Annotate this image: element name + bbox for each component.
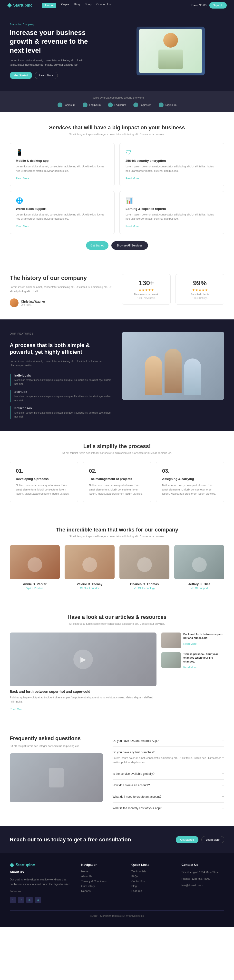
logo-icon-3: [108, 102, 113, 107]
team-card-4: Jeffrey K. Diaz VP Of Support: [174, 545, 224, 590]
faq-toggle-3[interactable]: +: [222, 772, 224, 776]
stat-users-number: 130+: [127, 279, 166, 287]
author-name: Christina Wagner: [21, 300, 45, 303]
hero-section: Startupinc Company Increase your busines…: [0, 11, 234, 91]
footer-nav-reports[interactable]: Reports: [81, 889, 124, 892]
social-facebook[interactable]: f: [10, 897, 16, 903]
hero-photo-inner: [139, 29, 202, 73]
faq-item-4: How do I create an account? +: [112, 780, 224, 791]
footer-quick-faqs[interactable]: FAQs: [131, 875, 174, 878]
service-card-3: 🌐 World-class support Lorem ipsum dolor …: [10, 191, 115, 234]
history-stats: 130+ ★★★★★ New users per week 1,000 New …: [122, 274, 224, 305]
history-section: The history of our company Lorem ipsum d…: [0, 262, 234, 320]
hero-description: Lorem ipsum dolor sit amet, consectetur …: [10, 58, 88, 67]
process-image: [122, 332, 224, 400]
cta-section: Reach out to us today to get a free cons…: [0, 826, 234, 853]
step-title-1: Developing a process: [16, 477, 72, 481]
team-card-1: Annie D. Parker Vp Of Product: [10, 545, 60, 590]
team-subtitle: Sit elit feugiat turpis sed integer cons…: [10, 535, 224, 538]
hero-get-started-button[interactable]: Get Started: [10, 72, 32, 79]
footer-navigation: Navigation Home About Us Tervacy & Condi…: [81, 863, 124, 903]
process-item-title-3: Enterprises: [14, 406, 112, 410]
faq-toggle-5[interactable]: +: [222, 795, 224, 799]
trusted-logo-5: Logipsum: [159, 102, 177, 107]
process-item-desc-2: Morbi non tempor nunc ante turpis quis q…: [14, 395, 112, 402]
services-get-started-button[interactable]: Get Started: [86, 241, 109, 250]
service-desc-3: Lorem ipsum dolor sit amet, consectetur …: [16, 213, 109, 221]
service-title-2: 256-bit security encryption: [125, 159, 218, 162]
stat-users: 130+ ★★★★★ New users per week 1,000 New …: [122, 274, 171, 305]
stat-users-stars: ★★★★★: [127, 288, 166, 292]
services-buttons: Get Started Browse All Services: [10, 241, 224, 250]
nav-blog[interactable]: Blog: [74, 3, 80, 8]
footer-about-title: About Us: [10, 870, 74, 874]
nav-contact[interactable]: Contact Us: [96, 3, 111, 8]
step-desc-1: Nullam nunc ante, consequat ut risus. Pr…: [16, 483, 72, 496]
footer-quick-contact[interactable]: Contact Us: [131, 880, 174, 883]
team-name-3: Charles C. Thomas: [119, 582, 169, 586]
article-side-readmore-2[interactable]: Read More: [183, 666, 196, 669]
social-twitter[interactable]: t: [18, 897, 24, 903]
author-title: Journalist: [21, 303, 45, 306]
avatar: [10, 298, 19, 307]
step-num-3: 03.: [162, 468, 218, 474]
logo[interactable]: Startupinc: [7, 3, 32, 8]
faq-right: Do you have iOS and Android App? + Do yo…: [112, 735, 224, 814]
footer-nav-about[interactable]: About Us: [81, 875, 124, 878]
nav-shop[interactable]: Shop: [85, 3, 92, 8]
services-title: Services that will have a big impact on …: [10, 124, 224, 131]
article-side-readmore-1[interactable]: Read More: [183, 642, 196, 645]
faq-toggle-2[interactable]: −: [222, 755, 224, 760]
cta-get-started-button[interactable]: Get Started: [176, 836, 198, 843]
footer-quick-links: Testimonials FAQs Contact Us Blog Featur…: [131, 870, 174, 892]
faq-item-2-content: Do you have any trial branches? Lorem ip…: [112, 750, 222, 765]
service-readmore-2[interactable]: Read More: [125, 177, 139, 180]
team-photo-1: [10, 545, 60, 579]
service-card-2: 🛡 256-bit security encryption Lorem ipsu…: [119, 143, 224, 186]
footer-quicklinks-title: Quick Links: [131, 863, 174, 867]
logo-icon-2: [83, 102, 87, 107]
service-readmore-4[interactable]: Read More: [125, 225, 139, 228]
footer-nav-history[interactable]: Our History: [81, 885, 124, 888]
trusted-logo-2: Logipsum: [83, 102, 101, 107]
stat-clients-number: 99%: [180, 279, 219, 287]
process-left: Our features A process that is both simp…: [10, 332, 112, 419]
trusted-logo-3: Logipsum: [108, 102, 126, 107]
mobile-icon: 📱: [16, 149, 109, 156]
faq-title: Frequently asked questions: [10, 735, 103, 741]
team-name-2: Valerie B. Forney: [65, 582, 115, 586]
team-role-2: CEO & Founder: [65, 587, 115, 590]
service-readmore-3[interactable]: Read More: [16, 225, 29, 228]
faq-question-5: What do I need to create an account?: [112, 795, 161, 799]
footer-quick-blog[interactable]: Blog: [131, 885, 174, 888]
process-item-startups: Startups Morbi non tempor nunc ante turp…: [10, 390, 112, 402]
process-item-desc-3: Morbi non tempor nunc ante turpis quis q…: [14, 411, 112, 419]
articles-side: Back and forth between super-hot and sup…: [161, 633, 224, 711]
footer-nav-terms[interactable]: Tervacy & Conditions: [81, 880, 124, 883]
footer-nav-title: Navigation: [81, 863, 124, 867]
nav-home[interactable]: Home: [42, 3, 56, 8]
faq-toggle-6[interactable]: +: [222, 806, 224, 810]
footer-follow-label: Follow us:: [10, 889, 74, 894]
social-instagram[interactable]: ig: [35, 897, 41, 903]
logo-text: Startupinc: [13, 3, 32, 8]
article-main-readmore[interactable]: Read More: [10, 708, 23, 711]
faq-subtitle: Sit elit feugiat turpis sed integer cons…: [10, 744, 103, 748]
stat-clients-sub: 1,000 Ratings: [180, 297, 219, 299]
services-browse-button[interactable]: Browse All Services: [111, 241, 148, 250]
footer-quick-testimonials[interactable]: Testimonials: [131, 870, 174, 873]
simplify-subtitle: Sit elit feugiat turpis sed integer cons…: [10, 452, 224, 454]
footer-nav-home[interactable]: Home: [81, 870, 124, 873]
service-readmore-1[interactable]: Read More: [16, 177, 29, 180]
faq-toggle-4[interactable]: +: [222, 783, 224, 788]
faq-item-1: Do you have iOS and Android App? +: [112, 735, 224, 747]
social-linkedin[interactable]: in: [26, 897, 33, 903]
signup-button[interactable]: Sign Up: [209, 2, 227, 8]
faq-toggle-1[interactable]: +: [222, 739, 224, 743]
footer-contact-address: Sit elit feugiat, 1234 Main Street: [181, 870, 224, 875]
cta-learn-more-button[interactable]: Learn More: [201, 836, 224, 843]
trusted-logo-1: Logipsum: [57, 102, 76, 107]
nav-pages[interactable]: Pages: [61, 3, 69, 8]
hero-learn-more-button[interactable]: Learn More: [35, 72, 57, 79]
footer-quick-features[interactable]: Features: [131, 889, 174, 892]
